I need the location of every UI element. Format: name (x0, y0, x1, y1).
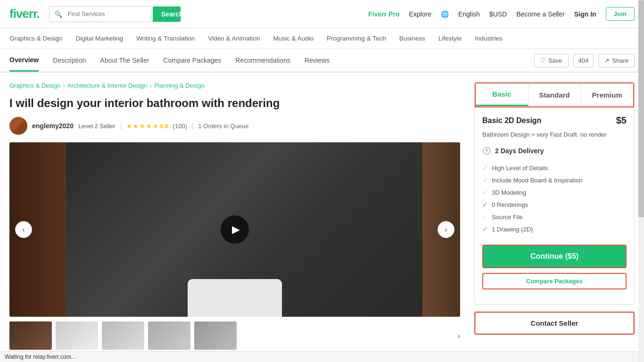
currency-link[interactable]: $USD (489, 10, 507, 18)
cat-industries[interactable]: Industries (475, 35, 503, 42)
breadcrumb-sep-2: › (150, 82, 152, 89)
package-tab-basic[interactable]: Basic (476, 83, 528, 106)
prev-image-button[interactable]: ‹ (15, 221, 32, 238)
status-bar: Waiting for relay.fiverr.com... (0, 351, 644, 359)
feature-label-1: High Level of Details (492, 165, 548, 172)
join-button[interactable]: Join (606, 7, 635, 21)
breadcrumb-planning[interactable]: Planning & Design (154, 82, 205, 89)
share-label: Share (612, 57, 628, 64)
star-5: ★ (153, 123, 158, 130)
cat-programming-tech[interactable]: Programming & Tech (327, 35, 386, 42)
feature-drawing-2d: ✓ 1 Drawing (2D) (482, 223, 627, 235)
breadcrumb-architecture[interactable]: Architecture & Interior Design (67, 82, 148, 89)
cat-digital-marketing[interactable]: Digital Marketing (76, 35, 124, 42)
thumbnail-1[interactable] (9, 321, 52, 350)
thumbnail-2[interactable] (56, 321, 98, 350)
contact-seller-wrapper: Contact Seller (474, 312, 635, 335)
package-features: ✓ High Level of Details ✓ Include Mood B… (482, 162, 627, 235)
image-gallery: ▶ ‹ › (9, 142, 460, 317)
package-box: Basic Standard Premium Basic 2D Design $… (474, 82, 635, 305)
header-nav: Fiverr Pro Explore 🌐 English $USD Become… (368, 7, 635, 21)
check-icon-5: ✓ (482, 213, 488, 221)
cat-video-animation[interactable]: Video & Animation (208, 35, 260, 42)
package-tab-standard[interactable]: Standard (528, 83, 581, 106)
cat-business[interactable]: Business (399, 35, 425, 42)
breadcrumb-sep-1: › (63, 82, 65, 89)
feature-label-5: Source File (492, 214, 523, 221)
package-content: Basic 2D Design $5 Bathroom Design + ver… (475, 107, 634, 304)
cat-music-audio[interactable]: Music & Audio (273, 35, 314, 42)
search-button[interactable]: Search (153, 7, 181, 22)
star-1: ★ (126, 123, 132, 130)
play-button[interactable]: ▶ (221, 215, 249, 244)
contact-seller-button[interactable]: Contact Seller (475, 313, 634, 334)
cat-writing-translation[interactable]: Writing & Translation (136, 35, 195, 42)
logo: fiverr. (9, 7, 40, 21)
cat-lifestyle[interactable]: Lifestyle (438, 35, 462, 42)
thumbnail-4[interactable] (148, 321, 190, 350)
tab-reviews[interactable]: Reviews (305, 50, 330, 71)
check-icon-3: ✓ (482, 189, 488, 196)
package-tabs: Basic Standard Premium (476, 83, 633, 107)
thumbnail-5[interactable] (194, 321, 237, 350)
orders-queue: 1 Orders in Queue (198, 123, 248, 130)
cat-graphics-design[interactable]: Graphics & Design (9, 35, 63, 42)
fiverr-pro-link[interactable]: Fiverr Pro (368, 10, 399, 18)
package-name: Basic 2D Design (482, 116, 541, 125)
tab-overview[interactable]: Overview (9, 49, 39, 72)
status-text: Waiting for relay.fiverr.com... (5, 354, 76, 359)
language-link[interactable]: English (458, 10, 480, 18)
clock-icon: 🕐 (482, 147, 491, 155)
check-icon-4: ✓ (482, 201, 488, 208)
next-image-button[interactable]: › (438, 221, 454, 238)
tab-compare-packages[interactable]: Compare Packages (163, 50, 221, 71)
breadcrumb-graphics-design[interactable]: Graphics & Design (9, 82, 60, 89)
thumbnail-strip: › (9, 321, 460, 350)
scrollbar-thumb[interactable] (638, 0, 644, 217)
continue-button[interactable]: Continue ($5) (483, 246, 626, 267)
scrollbar[interactable] (638, 0, 644, 359)
feature-label-6: 1 Drawing (2D) (492, 226, 533, 233)
left-column: Graphics & Design › Architecture & Inter… (9, 82, 460, 359)
feature-renderings: ✓ 0 Renderings (482, 198, 627, 211)
star-3: ★ (140, 123, 145, 130)
check-icon-1: ✓ (482, 164, 488, 172)
seller-info: englemy2020 Level 2 Seller | ★ ★ ★ ★ ★ 4… (9, 117, 460, 135)
compare-packages-link[interactable]: Compare Packages (483, 274, 626, 288)
share-button[interactable]: ↗ Share (598, 54, 635, 67)
package-price: $5 (616, 115, 627, 126)
gig-title: I will design your interior bathroom wit… (9, 96, 460, 110)
package-name-price: Basic 2D Design $5 (482, 115, 627, 126)
tab-recommendations[interactable]: Recommendations (235, 50, 290, 71)
package-description: Bathroom Design + very Fast Draft. no re… (482, 131, 627, 139)
star-4: ★ (146, 123, 152, 130)
become-seller-link[interactable]: Become a Seller (516, 10, 565, 18)
tab-about-seller[interactable]: About The Seller (100, 50, 149, 71)
breadcrumb: Graphics & Design › Architecture & Inter… (9, 82, 460, 89)
explore-link[interactable]: Explore (409, 10, 431, 18)
thumbs-next-button[interactable]: › (457, 331, 460, 341)
heart-icon: ♡ (540, 57, 546, 64)
main-image: ▶ ‹ › (9, 142, 460, 317)
header: fiverr. 🔍 Search Fiverr Pro Explore 🌐 En… (0, 0, 644, 28)
review-count: (100) (173, 123, 187, 130)
sign-in-link[interactable]: Sign In (574, 10, 596, 18)
tab-actions: ♡ Save 404 ↗ Share (534, 54, 635, 67)
tab-description[interactable]: Description (53, 50, 86, 71)
avatar (9, 117, 27, 135)
search-input[interactable] (62, 7, 153, 21)
main-content: Graphics & Design › Architecture & Inter… (0, 73, 644, 359)
package-tabs-wrapper: Basic Standard Premium (475, 82, 634, 107)
package-delivery: 🕐 2 Days Delivery (482, 147, 627, 155)
seller-level: Level 2 Seller (78, 123, 116, 130)
seller-name[interactable]: englemy2020 (32, 122, 74, 130)
package-tab-premium[interactable]: Premium (581, 83, 633, 106)
save-button[interactable]: ♡ Save (534, 54, 569, 67)
globe-icon: 🌐 (441, 10, 449, 18)
play-icon: ▶ (232, 223, 240, 236)
feature-mood-board: ✓ Include Mood Board & Inspiration (482, 174, 627, 186)
star-2: ★ (133, 123, 139, 130)
feature-label-3: 3D Modeling (492, 189, 526, 196)
compare-packages-wrapper: Compare Packages (482, 273, 627, 289)
thumbnail-3[interactable] (102, 321, 144, 350)
